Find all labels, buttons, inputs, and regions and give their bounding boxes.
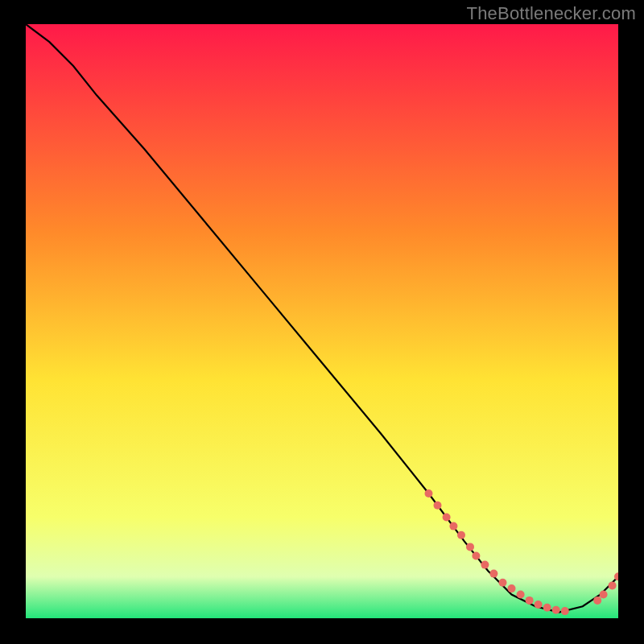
marker-dot bbox=[434, 502, 442, 510]
marker-dot bbox=[552, 606, 560, 614]
chart-frame: TheBottlenecker.com bbox=[0, 0, 644, 644]
marker-dot bbox=[561, 607, 569, 615]
marker-dot bbox=[425, 489, 433, 497]
marker-dot bbox=[508, 584, 516, 592]
gradient-background bbox=[26, 24, 618, 618]
plot-area bbox=[26, 24, 618, 618]
marker-dot bbox=[466, 543, 474, 551]
marker-dot bbox=[489, 570, 497, 578]
marker-dot bbox=[600, 591, 608, 599]
marker-dot bbox=[526, 597, 534, 605]
marker-dot bbox=[443, 514, 451, 522]
marker-dot bbox=[449, 522, 457, 530]
marker-dot bbox=[543, 604, 551, 612]
marker-dot bbox=[517, 591, 525, 599]
watermark-label: TheBottlenecker.com bbox=[467, 3, 636, 24]
marker-dot bbox=[457, 531, 465, 539]
chart-svg bbox=[26, 24, 618, 618]
marker-dot bbox=[593, 597, 601, 605]
marker-dot bbox=[499, 579, 507, 587]
marker-dot bbox=[609, 581, 617, 589]
marker-dot bbox=[481, 561, 489, 569]
marker-dot bbox=[535, 601, 543, 609]
marker-dot bbox=[472, 552, 480, 560]
